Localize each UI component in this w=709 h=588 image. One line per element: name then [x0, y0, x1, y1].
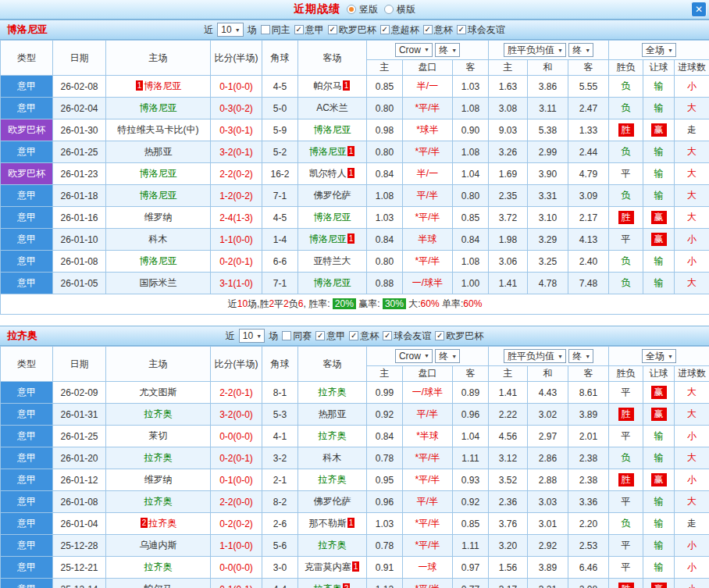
- away-team-cell: 拉齐奥: [298, 426, 367, 447]
- team-name: 佛罗伦萨: [314, 190, 351, 201]
- goals-value: 小: [687, 80, 697, 91]
- handicap-result-value: 输: [654, 452, 664, 463]
- checkbox-label: 意杯: [360, 330, 379, 343]
- checkbox-icon[interactable]: ✓: [380, 25, 390, 34]
- filter-checkbox-意杯[interactable]: ✓意杯: [349, 330, 379, 343]
- chevron-down-icon: ▼: [424, 353, 429, 358]
- checkbox-icon[interactable]: [282, 331, 291, 340]
- checkbox-icon[interactable]: ✓: [457, 25, 466, 34]
- handicap-cell: *平/半: [403, 141, 453, 163]
- layout-radio-vertical[interactable]: 竖版: [347, 3, 378, 16]
- filter-checkbox-球会友谊[interactable]: ✓球会友谊: [457, 23, 505, 37]
- goals-cell: 大: [675, 207, 709, 229]
- match-row: 意甲25-12-14帕尔马0-1(0-1)4-4拉齐奥21.12*平/半0.77…: [1, 579, 709, 588]
- handicap-result-value: 输: [654, 518, 664, 529]
- checkbox-icon[interactable]: ✓: [423, 25, 433, 34]
- result-cell: 负: [609, 251, 643, 273]
- col-header-avg-away: 客: [568, 60, 609, 76]
- league-cell: 意甲: [1, 404, 53, 426]
- filter-checkbox-意杯[interactable]: ✓意杯: [423, 23, 453, 37]
- col-header-handicap: 盘口: [403, 366, 453, 382]
- checkbox-icon[interactable]: ✓: [328, 25, 337, 34]
- odds-away-cell: 1.11: [453, 535, 489, 557]
- date-cell: 26-02-04: [53, 98, 106, 119]
- filter-checkbox-欧罗巴杯[interactable]: ✓欧罗巴杯: [435, 330, 483, 343]
- col-header-date: 日期: [53, 347, 106, 382]
- filter-checkbox-欧罗巴杯[interactable]: ✓欧罗巴杯: [328, 23, 376, 37]
- goals-value: 小: [687, 474, 697, 485]
- odds-home-cell: 0.84: [367, 229, 403, 251]
- home-team-cell: 帕尔马: [106, 579, 211, 588]
- filter-checkbox-同赛[interactable]: 同赛: [282, 330, 312, 343]
- handicap-result-cell: 赢: [643, 119, 675, 141]
- odds-home-cell: 0.80: [367, 141, 403, 163]
- checkbox-icon[interactable]: ✓: [383, 331, 392, 340]
- team-rank-badge: 1: [347, 146, 355, 156]
- result-cell: 负: [609, 447, 643, 469]
- scope-select[interactable]: 全场 ▼: [642, 43, 676, 57]
- result-value: 负: [622, 80, 631, 91]
- handicap-result-value: 赢: [651, 233, 667, 246]
- team-rank-badge: 1: [347, 518, 355, 528]
- col-header-odds-home: 主: [367, 60, 403, 76]
- match-row: 意甲26-01-20拉齐奥0-2(0-1)3-2科木0.78*平/半1.113.…: [1, 447, 709, 469]
- checkbox-icon[interactable]: [261, 25, 270, 34]
- filter-checkbox-意超杯[interactable]: ✓意超杯: [380, 23, 419, 37]
- radio-icon[interactable]: [384, 5, 394, 14]
- handicap-cell: 一/球半: [403, 382, 453, 404]
- away-team-cell: 亚特兰大: [298, 251, 367, 273]
- handicap-cell: *平/半: [403, 207, 453, 229]
- checkbox-label: 意杯: [434, 23, 453, 37]
- near-label: 近: [204, 23, 213, 37]
- match-count-select[interactable]: 10 ▼: [239, 329, 265, 343]
- goals-cell: 小: [675, 557, 709, 579]
- avg-odds-select[interactable]: 胜平负均值 ▼: [504, 349, 566, 363]
- goals-value: 大: [687, 387, 697, 397]
- goals-value: 大: [687, 102, 697, 113]
- handicap-cell: 一/球半: [403, 273, 453, 294]
- goals-value: 大: [687, 277, 697, 288]
- handicap-cell: *平/半: [403, 535, 453, 557]
- team-name: 博洛尼亚: [140, 255, 177, 266]
- result-value: 负: [622, 190, 631, 201]
- odds-company-select[interactable]: Crow ▼: [395, 43, 433, 57]
- avg-final-select[interactable]: 终 ▼: [568, 349, 593, 363]
- col-header-goals: 进球数: [675, 60, 709, 76]
- checkbox-icon[interactable]: ✓: [315, 331, 325, 340]
- avg-away-cell: 2.08: [568, 579, 609, 588]
- checkbox-icon[interactable]: ✓: [349, 331, 358, 340]
- handicap-cell: 半/一: [403, 163, 453, 185]
- goals-value: 大: [687, 190, 697, 201]
- goals-cell: 大: [675, 447, 709, 469]
- handicap-result-value: 输: [654, 80, 664, 91]
- scope-select[interactable]: 全场 ▼: [642, 349, 676, 363]
- match-row: 欧罗巴杯26-01-23博洛尼亚2-2(0-2)16-2凯尔特人10.84半/一…: [1, 163, 709, 185]
- odds-company-select[interactable]: Crow ▼: [395, 349, 433, 363]
- checkbox-icon[interactable]: ✓: [294, 25, 304, 34]
- filter-checkbox-意甲[interactable]: ✓意甲: [315, 330, 345, 343]
- team-name: 拉齐奥: [144, 452, 173, 463]
- goals-cell: 走: [675, 513, 709, 535]
- avg-final-select[interactable]: 终 ▼: [568, 43, 593, 57]
- goals-cell: 大: [675, 491, 709, 513]
- team-name: AC米兰: [316, 102, 348, 113]
- team-name: 佛罗伦萨: [314, 496, 351, 507]
- filter-checkbox-意甲[interactable]: ✓意甲: [294, 23, 324, 37]
- corner-cell: 3-2: [262, 447, 298, 469]
- avg-draw-cell: 3.11: [528, 98, 568, 119]
- odds-final-select[interactable]: 终 ▼: [435, 349, 460, 363]
- checkbox-icon[interactable]: ✓: [435, 331, 444, 340]
- radio-label: 横版: [397, 3, 415, 16]
- layout-radio-horizontal[interactable]: 横版: [384, 3, 415, 16]
- close-icon[interactable]: ✕: [691, 2, 707, 17]
- avg-draw-cell: 3.02: [528, 404, 568, 426]
- filter-checkbox-球会友谊[interactable]: ✓球会友谊: [383, 330, 431, 343]
- home-team-cell: 拉齐奥: [106, 491, 211, 513]
- handicap-result-cell: 输: [643, 557, 675, 579]
- radio-icon[interactable]: [347, 5, 356, 14]
- match-count-select[interactable]: 10 ▼: [217, 23, 243, 37]
- odds-final-select[interactable]: 终 ▼: [435, 43, 460, 57]
- filter-checkbox-同主[interactable]: 同主: [261, 23, 290, 37]
- avg-odds-select[interactable]: 胜平负均值 ▼: [504, 43, 566, 57]
- col-header-handicap-result: 让球: [643, 366, 675, 382]
